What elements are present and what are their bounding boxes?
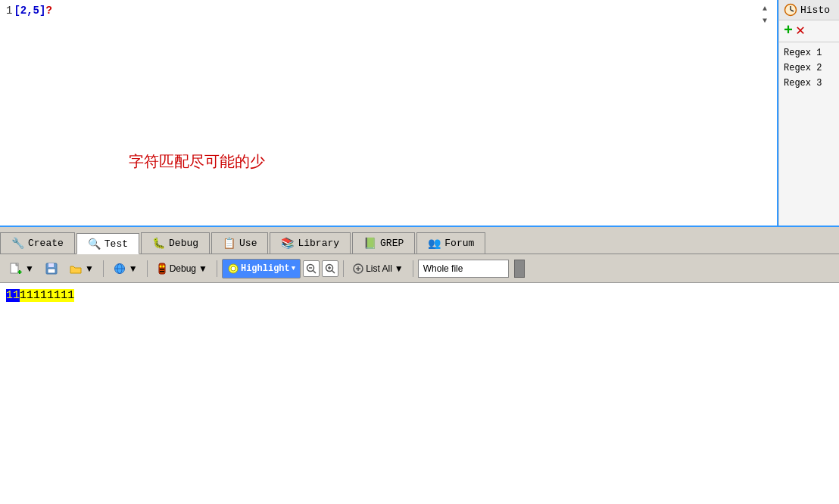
- zoom-out-button[interactable]: [303, 260, 320, 277]
- remove-history-button[interactable]: ✕: [796, 23, 805, 39]
- svg-point-14: [159, 265, 161, 267]
- regex-range: 2,5: [20, 5, 39, 17]
- tab-forum[interactable]: 👥Forum: [416, 232, 485, 254]
- separator-3: [217, 260, 217, 277]
- tab-create[interactable]: 🔧Create: [0, 232, 75, 254]
- regex-bracket-open: [: [14, 5, 20, 17]
- debug-icon: [157, 263, 167, 275]
- line-number: 1: [6, 5, 12, 17]
- scroll-up-arrow[interactable]: ▲: [759, 3, 771, 14]
- open-file-icon: [69, 263, 83, 275]
- svg-point-19: [231, 266, 235, 271]
- match-char: 1: [6, 289, 13, 302]
- open-file-button[interactable]: ▼: [64, 259, 98, 278]
- tab-test[interactable]: 🔍Test: [76, 233, 139, 254]
- tabs-bar: 🔧Create🔍Test🐛Debug📋Use📚Library📗GREP👥Foru…: [0, 227, 839, 254]
- clock-icon: [784, 3, 797, 17]
- forum-tab-label: Forum: [444, 238, 474, 249]
- separator-4: [343, 260, 344, 277]
- list-all-label: List All: [366, 263, 392, 274]
- scroll-arrows: ▲ ▼: [759, 3, 771, 26]
- highlight-dropdown-arrow: ▼: [292, 265, 295, 272]
- svg-rect-9: [48, 269, 55, 273]
- save-button[interactable]: [41, 259, 62, 278]
- toolbar: ▼ ▼ ▼ Debug ▼: [0, 254, 839, 283]
- regex-main-area: 1 [2,5]? 字符匹配尽可能的少 ▲ ▼: [0, 0, 778, 226]
- regex-editor-panel: 1 [2,5]? 字符匹配尽可能的少 ▲ ▼ Histo + ✕: [0, 0, 839, 227]
- scrollbar-handle[interactable]: [514, 260, 525, 278]
- tab-library[interactable]: 📚Library: [270, 232, 351, 254]
- svg-rect-16: [160, 269, 164, 270]
- highlighted-char: 1: [47, 289, 54, 302]
- highlighted-char: 1: [61, 289, 67, 302]
- grep-tab-icon: 📗: [363, 237, 376, 250]
- dropdown-arrow-2: ▼: [85, 263, 94, 274]
- grep-tab-label: GREP: [380, 238, 404, 249]
- dropdown-arrow-1: ▼: [25, 263, 34, 274]
- scroll-down-arrow[interactable]: ▼: [759, 15, 771, 26]
- highlighted-char: 1: [54, 289, 61, 302]
- highlighted-char: 1: [40, 289, 47, 302]
- world-button[interactable]: ▼: [108, 259, 142, 278]
- regex-lazy: ?: [45, 5, 51, 17]
- svg-rect-8: [48, 263, 54, 267]
- save-icon: [45, 263, 58, 275]
- regex-line-1: 1 [2,5]?: [0, 0, 777, 21]
- highlighted-char: 1: [27, 289, 33, 302]
- test-tab-icon: 🔍: [88, 238, 101, 250]
- regex-annotation-chinese: 字符匹配尽可能的少: [129, 151, 265, 172]
- tab-use[interactable]: 📋Use: [211, 232, 268, 254]
- debug-label: Debug: [170, 263, 196, 274]
- svg-rect-17: [160, 271, 164, 272]
- list-all-icon: [353, 263, 363, 274]
- debug-dropdown-arrow: ▼: [198, 263, 207, 274]
- new-file-button[interactable]: ▼: [5, 259, 39, 278]
- forum-tab-icon: 👥: [428, 237, 441, 250]
- highlight-button[interactable]: Highlight ▼: [222, 259, 301, 278]
- test-content: 1111111111: [6, 289, 74, 302]
- separator-2: [147, 260, 148, 277]
- add-history-button[interactable]: +: [784, 23, 793, 39]
- debug-tab-label: Debug: [169, 238, 198, 249]
- zoom-out-icon: [306, 263, 317, 274]
- new-file-icon: [9, 263, 23, 275]
- history-item[interactable]: Regex 3: [779, 76, 839, 91]
- separator-5: [413, 260, 413, 277]
- history-item[interactable]: Regex 2: [779, 61, 839, 76]
- test-output-text: 1111111111: [6, 289, 74, 302]
- world-icon: [113, 263, 126, 275]
- library-tab-label: Library: [298, 238, 339, 249]
- svg-line-22: [313, 270, 317, 273]
- history-item[interactable]: Regex 1: [779, 45, 839, 61]
- create-tab-label: Create: [28, 238, 64, 249]
- use-tab-label: Use: [239, 238, 257, 249]
- use-tab-icon: 📋: [223, 237, 235, 250]
- list-all-arrow: ▼: [395, 263, 404, 274]
- history-header: Histo: [779, 0, 839, 20]
- dropdown-arrow-3: ▼: [129, 263, 138, 274]
- tab-debug[interactable]: 🐛Debug: [141, 232, 210, 254]
- highlighted-char: 1: [20, 289, 27, 302]
- debug-button[interactable]: Debug ▼: [152, 259, 212, 278]
- library-tab-icon: 📚: [281, 237, 294, 250]
- highlighted-char: 1: [67, 289, 74, 302]
- zoom-in-icon: [325, 263, 335, 274]
- tab-grep[interactable]: 📗GREP: [352, 232, 415, 254]
- create-tab-icon: 🔧: [11, 237, 24, 250]
- history-list: Regex 1Regex 2Regex 3: [779, 42, 839, 226]
- svg-point-15: [162, 265, 164, 267]
- history-panel: Histo + ✕ Regex 1Regex 2Regex 3: [778, 0, 839, 226]
- regex-content: [2,5]?: [14, 5, 51, 17]
- match-char: 1: [13, 289, 20, 302]
- history-title: Histo: [800, 5, 830, 16]
- zoom-in-button[interactable]: [322, 260, 338, 277]
- list-all-button[interactable]: List All ▼: [348, 259, 408, 278]
- separator-1: [103, 260, 104, 277]
- svg-line-26: [332, 270, 335, 273]
- highlight-label: Highlight: [241, 263, 290, 274]
- debug-tab-icon: 🐛: [152, 237, 165, 250]
- history-toolbar: + ✕: [779, 20, 839, 42]
- test-area[interactable]: 1111111111: [0, 283, 839, 504]
- test-tab-label: Test: [104, 238, 128, 250]
- whole-file-input[interactable]: [418, 260, 509, 278]
